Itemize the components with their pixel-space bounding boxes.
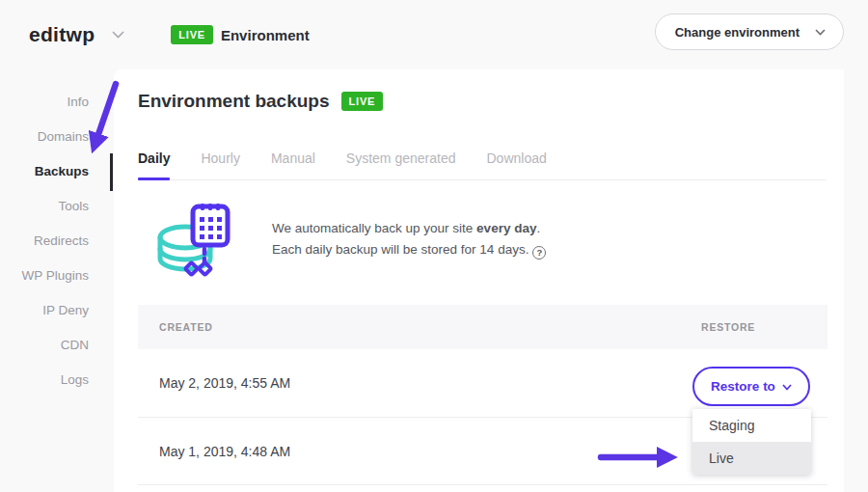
help-icon[interactable]: ? xyxy=(532,246,546,260)
dropdown-option-live[interactable]: Live xyxy=(692,442,811,475)
sidebar-item-wp-plugins[interactable]: WP Plugins xyxy=(0,258,114,292)
sidebar-item-redirects[interactable]: Redirects xyxy=(0,223,114,258)
main-content-card: Environment backups LIVE Daily Hourly Ma… xyxy=(114,69,844,492)
site-switcher-chevron-icon[interactable] xyxy=(112,31,124,39)
sidebar-item-ip-deny[interactable]: IP Deny xyxy=(0,292,114,327)
live-environment-badge: LIVE xyxy=(171,25,213,44)
change-environment-button[interactable]: Change environment xyxy=(655,14,844,50)
column-header-created: CREATED xyxy=(138,321,213,333)
environment-label: Environment xyxy=(221,27,310,43)
dropdown-option-staging[interactable]: Staging xyxy=(692,409,811,442)
title-live-badge: LIVE xyxy=(341,92,384,111)
backup-policy-line2: Each daily backup will be stored for 14 … xyxy=(272,239,546,260)
backup-policy-line1: We automatically back up your site every… xyxy=(272,218,546,239)
backup-tabs: Daily Hourly Manual System generated Dow… xyxy=(138,150,827,180)
restore-to-button[interactable]: Restore to xyxy=(692,367,810,406)
tab-system-generated[interactable]: System generated xyxy=(346,150,456,166)
change-environment-label: Change environment xyxy=(675,25,800,40)
site-name[interactable]: editwp xyxy=(29,23,95,46)
tab-download[interactable]: Download xyxy=(486,150,546,166)
restore-to-label: Restore to xyxy=(711,379,775,394)
sidebar-item-cdn[interactable]: CDN xyxy=(0,327,114,362)
database-backup-icon xyxy=(152,199,233,280)
sidebar-item-info[interactable]: Info xyxy=(0,84,114,119)
chevron-down-icon xyxy=(782,384,792,391)
restore-target-dropdown: Staging Live xyxy=(692,409,811,475)
top-bar: editwp LIVE Environment Change environme… xyxy=(0,0,868,69)
table-header-row: CREATED RESTORE xyxy=(138,305,827,349)
backup-created-date: May 1, 2019, 4:48 AM xyxy=(138,444,290,459)
sidebar-item-logs[interactable]: Logs xyxy=(0,362,114,396)
sidebar-active-indicator xyxy=(110,153,113,191)
sidebar-item-tools[interactable]: Tools xyxy=(0,188,114,223)
page-title: Environment backups xyxy=(138,91,330,112)
tab-manual[interactable]: Manual xyxy=(271,150,315,166)
sidebar-item-backups[interactable]: Backups xyxy=(0,153,114,188)
column-header-restore: RESTORE xyxy=(701,321,755,333)
chevron-down-icon xyxy=(815,29,826,36)
backup-policy-text: We automatically back up your site every… xyxy=(272,218,546,260)
tab-daily[interactable]: Daily xyxy=(138,150,170,166)
sidebar-nav: Info Domains Backups Tools Redirects WP … xyxy=(0,69,114,492)
backup-info-block: We automatically back up your site every… xyxy=(152,199,546,280)
sidebar-item-domains[interactable]: Domains xyxy=(0,119,114,153)
tab-hourly[interactable]: Hourly xyxy=(201,150,239,166)
backup-created-date: May 2, 2019, 4:55 AM xyxy=(138,375,290,391)
